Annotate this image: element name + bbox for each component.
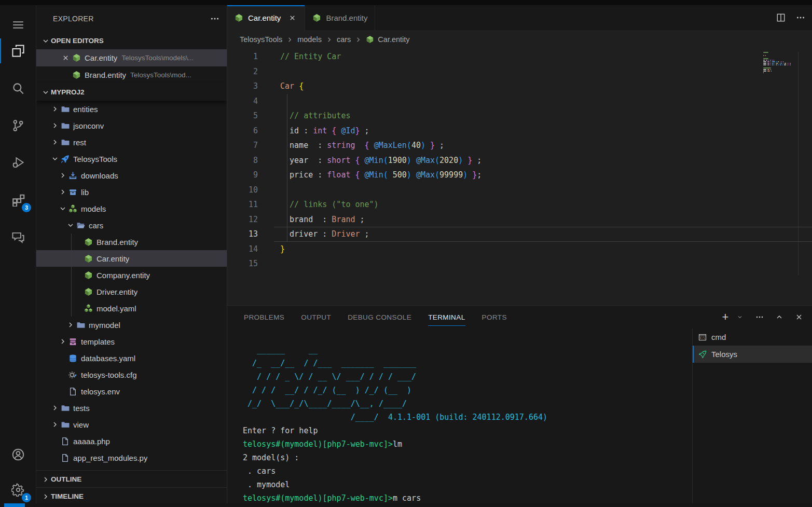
code-line: 14} [227,242,812,257]
open-editors-header[interactable]: OPEN EDITORS [36,32,227,49]
code-line: 2 [227,64,812,79]
close-panel-icon[interactable] [793,311,805,323]
rocket-green-icon [698,350,707,359]
tree-item-view[interactable]: view [36,416,227,433]
open-editor-item[interactable]: Brand.entityTelosysTools\mod... [36,66,227,84]
chevron-right-icon [50,104,60,114]
tree-item-rest[interactable]: rest [36,134,227,150]
tree-item-label: mymodel [89,321,120,330]
tree-item-lib[interactable]: lib [36,184,227,200]
archive-icon [68,187,77,197]
split-editor-icon[interactable] [775,11,787,24]
tree-item-telosys-env[interactable]: telosys.env [36,383,227,400]
breadcrumb-separator-icon [286,36,294,44]
tree-item-company-entity[interactable]: Company.entity [36,267,227,283]
panel-tab-terminal[interactable]: TERMINAL [428,306,465,328]
code-line: 7 name : string { @MaxLen(40) } ; [227,138,812,153]
cube-icon [366,35,375,44]
line-number: 2 [227,64,258,79]
launch-profile-chevron-icon[interactable] [734,311,746,323]
tree-item-driver-entity[interactable]: Driver.entity [36,283,227,300]
outline-header[interactable]: OUTLINE [36,471,227,488]
terminal-line: /_/ \___/_/\____/____/\__, /____/ [243,397,687,410]
extensions-icon[interactable]: 3 [0,186,36,213]
folder-icon [60,138,70,147]
panel-tab-problems[interactable]: PROBLEMS [244,306,284,328]
code-line: 3Car { [227,79,812,94]
breadcrumb-label: TelosysTools [240,35,282,44]
settings-gear-icon[interactable]: 1 [0,476,36,503]
tree-item-mymodel[interactable]: mymodel [36,317,227,333]
cmd-icon: C:\ [698,333,707,342]
tree-item-app-rest-modules-py[interactable]: app_rest_modules.py [36,449,227,466]
timeline-header[interactable]: TIMELINE [36,488,227,503]
spacer [50,453,60,463]
tree-item-cars[interactable]: cars [36,217,227,234]
tree-item-telosys-tools-cfg[interactable]: telosys-tools.cfg [36,366,227,383]
tree-item-model-yaml[interactable]: model.yaml [36,300,227,317]
panel-tab-output[interactable]: OUTPUT [301,306,331,328]
tree-item-tests[interactable]: tests [36,400,227,416]
terminal-list-item-cmd[interactable]: C:\cmd [693,328,812,346]
tree-item-downloads[interactable]: downloads [36,167,227,184]
breadcrumb-item[interactable]: Car.entity [366,35,409,44]
breadcrumb-item[interactable]: cars [337,35,351,44]
spacer [60,70,71,80]
explorer-icon[interactable] [0,37,36,64]
line-number: 15 [227,256,258,271]
line-number: 10 [227,183,258,198]
terminal-line: ______ __ [243,343,687,357]
new-terminal-icon[interactable]: + [720,311,731,323]
project-root-header[interactable]: MYPROJ2 [36,84,227,101]
tree-item-telosystools[interactable]: TelosysTools [36,150,227,167]
tree-item-brand-entity[interactable]: Brand.entity [36,234,227,250]
code-editor[interactable]: 1// Entity Car23Car {45 // attributes6 i… [227,49,812,305]
tree-item-car-entity[interactable]: Car.entity [36,250,227,267]
indent-guide [71,283,72,300]
terminal-line: . cars [243,464,687,478]
maximize-panel-icon[interactable] [774,311,785,323]
terminal-name: Telosys [711,350,737,359]
tree-item-models[interactable]: models [36,200,227,217]
menu-icon[interactable] [0,11,36,38]
terminal-line: 2 model(s) : [243,451,687,464]
tree-item-aaaaa-php[interactable]: aaaaa.php [36,433,227,449]
line-number: 11 [227,197,258,212]
tree-item-entities[interactable]: entities [36,101,227,117]
account-icon[interactable] [0,441,36,468]
terminal-list-item-telosys[interactable]: Telosys [693,346,812,363]
file-icon [68,387,77,396]
chat-icon[interactable] [0,224,36,251]
breadcrumb-item[interactable]: models [297,35,322,44]
search-icon[interactable] [0,75,36,102]
breadcrumb-label: models [297,35,322,44]
tab-car-entity[interactable]: Car.entity [227,5,305,30]
panel-more-actions-icon[interactable] [754,311,765,323]
sidebar-title: EXPLORER [53,15,94,23]
chevron-right-icon [50,120,60,131]
spacer [73,253,84,264]
breadcrumb-item[interactable]: TelosysTools [240,35,282,44]
folder-icon [60,104,70,114]
tree-item-label: cars [89,221,103,230]
source-control-icon[interactable] [0,112,36,139]
rocket-blue-icon [60,154,70,163]
views-more-actions-icon[interactable] [210,14,219,23]
run-debug-icon[interactable] [0,149,36,176]
tab-brand-entity[interactable]: Brand.entity [305,5,375,30]
panel-tab-ports[interactable]: PORTS [482,306,507,328]
terminal-output[interactable]: ______ __ /_ __/__ / /___ _______ ______… [243,343,687,503]
open-editor-item[interactable]: Car.entityTelosysTools\models\... [36,49,227,66]
close-icon [287,12,297,23]
tree-item-databases-yaml[interactable]: databases.yaml [36,350,227,366]
tree-item-templates[interactable]: templates [36,333,227,350]
terminal-line: Enter ? for help [243,424,687,437]
code-line: 5 // attributes [227,108,812,124]
tree-item-jsonconv[interactable]: jsonconv [36,117,227,134]
more-actions-icon[interactable] [794,11,807,24]
folder-icon [60,420,70,429]
chevron-down-icon [40,36,51,46]
code-text: year : short { @Min(1900) @Max(2020) } ; [280,153,481,168]
panel-tab-debug-console[interactable]: DEBUG CONSOLE [348,306,411,328]
chevron-down-icon [58,203,68,214]
